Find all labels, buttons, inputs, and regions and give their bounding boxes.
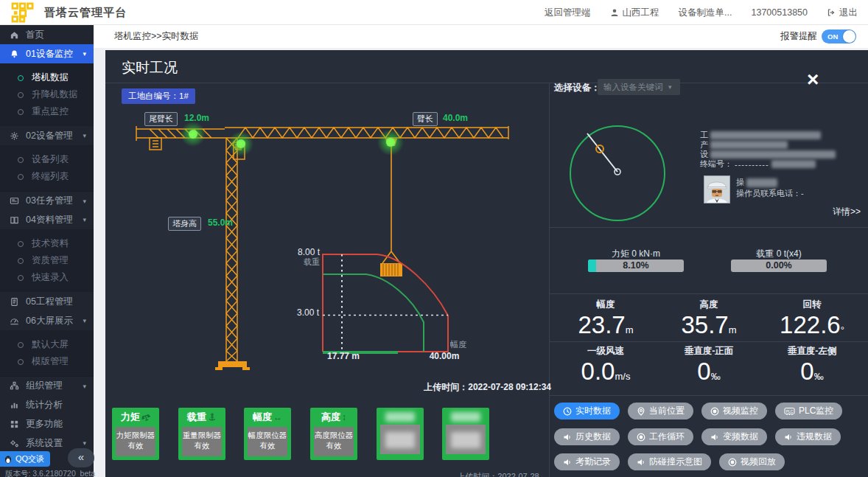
logout-button[interactable]: 退出 xyxy=(827,7,858,19)
sidebar-item-device-list[interactable]: 设备列表 xyxy=(0,151,94,168)
plc-icon: PLC xyxy=(784,407,795,416)
tasks-icon xyxy=(10,196,19,206)
metric-vertical-front: 垂直度-正面 0‰ xyxy=(657,345,760,385)
sidebar-collapse-button[interactable]: « xyxy=(68,448,94,467)
chevron-down-icon: ▾ xyxy=(83,439,86,447)
breadcrumb-bar: 塔机监控>>实时数据 报警提醒 ON xyxy=(94,25,868,48)
user-icon xyxy=(610,8,619,17)
document-submenu: 技术资料 资质管理 快速录入 xyxy=(0,229,94,292)
radio-ring-icon xyxy=(18,275,24,281)
sidebar-item-org-manage[interactable]: 组织管理 ▾ xyxy=(0,376,94,395)
tail-jib-value: 12.0m xyxy=(184,113,209,123)
realtime-data-button[interactable]: 实时数据 xyxy=(554,403,620,419)
radio-ring-icon xyxy=(18,342,24,348)
sidebar-item-big-screen[interactable]: 06大屏展示 ▾ xyxy=(0,311,94,330)
webcam-icon xyxy=(728,458,737,467)
rotation-gauge xyxy=(562,120,673,231)
load-bar-label: 载重 0 t(x4) xyxy=(720,248,838,260)
user-menu[interactable]: 山西工程 xyxy=(610,7,659,19)
divider xyxy=(549,293,868,294)
upload-time: 上传时间：2022-07-28 09:12:34 xyxy=(411,381,551,394)
plc-monitor-button[interactable]: PLC PLC监控 xyxy=(775,403,842,419)
clock-icon xyxy=(563,407,572,416)
document-icon xyxy=(10,297,19,307)
back-to-admin-link[interactable]: 返回管理端 xyxy=(545,7,591,19)
redacted-status xyxy=(380,425,420,454)
sidebar-item-document-manage[interactable]: 04资料管理 ▾ xyxy=(0,210,94,229)
sidebar-item-statistics[interactable]: 统计分析 xyxy=(0,395,94,414)
chevron-down-icon: ▾ xyxy=(83,216,86,223)
metric-rotation: 回转 122.6° xyxy=(760,299,864,338)
divider xyxy=(549,395,868,396)
status-tile-redacted xyxy=(377,408,424,460)
device-manage-submenu: 设备列表 终端列表 xyxy=(0,145,94,191)
sidebar-item-device-manage[interactable]: 02设备管理 ▾ xyxy=(0,126,94,145)
sidebar-item-quick-entry[interactable]: 快速录入 xyxy=(0,269,94,286)
chevron-down-icon: ▾ xyxy=(83,50,86,58)
top-header: 晋塔云管理平台 返回管理端 山西工程 设备制造单... 13700513850 … xyxy=(0,0,868,25)
org-name-link[interactable]: 设备制造单... xyxy=(679,7,732,19)
limiter-status: 高度限位器有效 xyxy=(314,427,354,456)
gear-icon xyxy=(10,131,19,141)
qq-chat-button[interactable]: QQ交谈 xyxy=(0,451,50,467)
chevron-down-icon: ▾ xyxy=(83,198,86,205)
operator-avatar xyxy=(704,175,730,203)
dashboard-icon xyxy=(10,316,19,326)
sidebar-item-home[interactable]: 首页 xyxy=(0,25,94,44)
video-monitor-button[interactable]: 视频监控 xyxy=(701,403,767,419)
sidebar-item-key-monitor[interactable]: 重点监控 xyxy=(0,103,94,120)
sidebar-item-tower-data[interactable]: 塔机数据 xyxy=(0,69,94,86)
history-data-button[interactable]: 历史数据 xyxy=(554,428,620,445)
sidebar-item-terminal-list[interactable]: 终端列表 xyxy=(0,168,94,185)
app-root: 晋塔云管理平台 返回管理端 山西工程 设备制造单... 13700513850 … xyxy=(0,0,868,477)
home-icon xyxy=(10,30,19,40)
webcam-icon xyxy=(637,433,645,442)
svg-text:PLC: PLC xyxy=(786,408,794,413)
balance-icon xyxy=(141,413,150,422)
moment-percent: 8.10% xyxy=(588,260,684,272)
divider xyxy=(549,83,550,477)
sidebar-item-hoist-data[interactable]: 升降机数据 xyxy=(0,86,94,103)
sidebar-item-default-screen[interactable]: 默认大屏 xyxy=(0,336,94,353)
x-axis-title: 幅度 xyxy=(450,339,466,350)
frequency-data-button[interactable]: 变频数据 xyxy=(701,428,767,445)
operator-name-line: 操 xyxy=(736,177,777,188)
sidebar-item-tech-docs[interactable]: 技术资料 xyxy=(0,235,94,252)
sidebar-item-more-features[interactable]: 更多功能 xyxy=(0,414,94,434)
detail-link[interactable]: 详情>> xyxy=(816,206,861,218)
close-icon[interactable]: × xyxy=(807,69,819,90)
phone-number: 13700513850 xyxy=(752,7,808,18)
work-cycle-button[interactable]: 工作循环 xyxy=(628,428,693,445)
gears-icon xyxy=(10,439,19,448)
moment-bar-label: 力矩 0 kN·m xyxy=(577,248,695,260)
anti-collision-diagram-button[interactable]: 防碰撞示意图 xyxy=(628,453,711,470)
current-location-button[interactable]: 当前位置 xyxy=(628,403,693,419)
load-progress-bar: 0.00% xyxy=(731,260,827,272)
alarm-toggle[interactable]: ON xyxy=(822,29,856,43)
logout-icon xyxy=(827,8,836,17)
tail-jib-badge: 尾臂长 xyxy=(144,112,178,126)
load-percent: 0.00% xyxy=(731,260,827,272)
alarm-control: 报警提醒 ON xyxy=(780,29,856,43)
moment-progress-bar: 8.10% xyxy=(588,260,684,272)
attendance-record-button[interactable]: 考勤记录 xyxy=(554,453,620,470)
sidebar-item-task-manage[interactable]: 03任务管理 ▾ xyxy=(0,191,94,210)
video-playback-button[interactable]: 视频回放 xyxy=(719,453,785,470)
terminal-number-line: 终端号：---------- xyxy=(700,159,816,170)
sidebar-item-template-manage[interactable]: 模版管理 xyxy=(0,353,94,370)
sidebar-item-qualification[interactable]: 资质管理 xyxy=(0,252,94,269)
x-current-label: 17.77 m xyxy=(314,351,373,361)
book-icon xyxy=(10,215,19,225)
speaker-icon xyxy=(563,433,572,442)
sidebar-item-project-manage[interactable]: 05工程管理 xyxy=(0,292,94,311)
divider xyxy=(549,227,868,228)
status-tile-redacted xyxy=(442,408,489,460)
chevron-down-icon: ▾ xyxy=(83,383,86,390)
sidebar-item-device-monitor[interactable]: 01设备监控 ▾ xyxy=(0,44,94,63)
redacted-status xyxy=(446,425,486,454)
bell-icon xyxy=(10,49,19,59)
alarm-label: 报警提醒 xyxy=(780,30,817,43)
violation-data-button[interactable]: 违规数据 xyxy=(775,428,841,445)
toggle-state-label: ON xyxy=(827,29,838,43)
bar-chart-icon xyxy=(10,400,19,410)
